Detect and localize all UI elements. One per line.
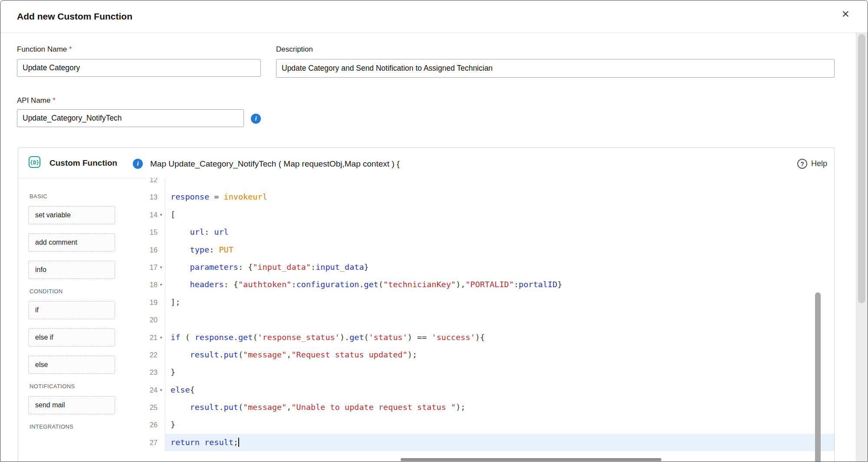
- code-line[interactable]: 24▾else{: [146, 381, 834, 399]
- code-horizontal-scrollbar[interactable]: [401, 458, 661, 461]
- code-line[interactable]: 16 type: PUT: [146, 241, 834, 259]
- code-line-text[interactable]: if ( response.get('response_status').get…: [165, 329, 834, 346]
- fold-arrow-icon[interactable]: ▾: [158, 206, 164, 223]
- line-number: 27: [146, 434, 158, 451]
- code-line[interactable]: 13response = invokeurl: [146, 188, 834, 206]
- line-number: 26: [146, 416, 158, 433]
- fold-spacer: [158, 188, 164, 206]
- gutter: 19: [146, 294, 165, 311]
- code-line-text[interactable]: ];: [165, 294, 834, 311]
- gutter: 26: [146, 416, 165, 433]
- api-name-info-icon[interactable]: i: [251, 114, 261, 124]
- fold-spacer: [158, 241, 164, 259]
- code-line-text[interactable]: [165, 178, 834, 188]
- deluge-icon: {D}: [29, 156, 40, 168]
- section-label: INTEGRATIONS: [30, 423, 146, 430]
- snippet-add-comment[interactable]: add comment: [28, 233, 115, 252]
- editor-panel-title: Custom Function: [49, 158, 117, 168]
- code-line[interactable]: 27return result;: [146, 434, 834, 451]
- code-lines: 1213response = invokeurl14▾[15 url: url1…: [146, 178, 834, 451]
- code-line[interactable]: 18▾ headers: {"authtoken":configuration.…: [146, 276, 834, 293]
- code-line-text[interactable]: parameters: {"input_data":input_data}: [165, 259, 834, 276]
- line-number: 16: [146, 241, 158, 259]
- code-line-text[interactable]: }: [165, 364, 834, 381]
- code-line[interactable]: 19];: [146, 294, 834, 311]
- code-line[interactable]: 15 url: url: [146, 223, 834, 241]
- code-line-text[interactable]: url: url: [165, 223, 834, 241]
- gutter: 13: [146, 188, 165, 206]
- help-button[interactable]: ? Help: [797, 159, 827, 169]
- fold-arrow-icon[interactable]: ▾: [158, 259, 164, 276]
- snippet-if[interactable]: if: [28, 301, 115, 319]
- code-vertical-scrollbar[interactable]: [815, 292, 821, 462]
- dialog-title: Add new Custom Function: [17, 11, 132, 22]
- gutter: 12: [146, 178, 165, 188]
- function-signature: Map Update_Category_NotifyTech ( Map req…: [150, 159, 400, 169]
- code-line-text[interactable]: headers: {"authtoken":configuration.get(…: [165, 276, 834, 293]
- fold-spacer: [158, 416, 164, 433]
- fold-arrow-icon[interactable]: ▾: [158, 381, 164, 399]
- code-line[interactable]: 23}: [146, 364, 834, 381]
- line-number: 24: [146, 381, 158, 399]
- line-number: 12: [146, 178, 158, 188]
- line-number: 15: [146, 223, 158, 241]
- code-line-text[interactable]: }: [165, 416, 834, 433]
- line-number: 14: [146, 206, 158, 223]
- snippet-else[interactable]: else: [28, 356, 115, 374]
- code-line-text[interactable]: response = invokeurl: [165, 188, 834, 206]
- code-line-text[interactable]: result.put("message","Unable to update r…: [165, 399, 834, 416]
- code-line[interactable]: 12: [146, 178, 834, 188]
- gutter: 15: [146, 223, 165, 241]
- code-line[interactable]: 22 result.put("message","Request status …: [146, 346, 834, 364]
- required-asterisk: *: [69, 46, 72, 53]
- code-line[interactable]: 26}: [146, 416, 834, 433]
- code-line[interactable]: 20: [146, 311, 834, 328]
- code-line-text[interactable]: else{: [165, 381, 834, 399]
- code-line[interactable]: 17▾ parameters: {"input_data":input_data…: [146, 259, 834, 276]
- gutter: 21▾: [146, 329, 165, 346]
- fold-spacer: [158, 434, 164, 451]
- code-line-text[interactable]: result.put("message","Request status upd…: [165, 346, 834, 364]
- custom-function-info-icon[interactable]: i: [133, 159, 143, 169]
- line-number: 17: [146, 259, 158, 276]
- snippet-info[interactable]: info: [28, 261, 115, 279]
- editor-panel-header: {D} Custom Function i Map Update_Categor…: [18, 148, 834, 178]
- function-name-label-text: Function Name: [17, 45, 67, 53]
- custom-function-editor-panel: {D} Custom Function i Map Update_Categor…: [18, 147, 835, 462]
- fold-arrow-icon[interactable]: ▾: [158, 276, 164, 293]
- snippet-section-integrations: INTEGRATIONS: [28, 423, 146, 430]
- code-line-text[interactable]: return result;: [165, 434, 834, 451]
- snippet-set-variable[interactable]: set variable: [28, 206, 115, 224]
- code-line-text[interactable]: type: PUT: [165, 241, 834, 259]
- fold-arrow-icon[interactable]: ▾: [158, 329, 164, 346]
- snippet-section-condition: CONDITIONifelse ifelse: [28, 288, 146, 374]
- gutter: 18▾: [146, 276, 165, 293]
- code-line-text[interactable]: [165, 311, 834, 328]
- fold-spacer: [158, 364, 164, 381]
- gutter: 22: [146, 346, 165, 364]
- gutter: 24▾: [146, 381, 165, 399]
- line-number: 22: [146, 346, 158, 364]
- code-line[interactable]: 25 result.put("message","Unable to updat…: [146, 399, 834, 416]
- snippet-sidebar: BASICset variableadd commentinfoCONDITIO…: [18, 178, 146, 462]
- dialog-scrollbar-thumb[interactable]: [858, 34, 865, 303]
- snippet-else-if[interactable]: else if: [28, 328, 115, 347]
- dialog-header: Add new Custom Function ×: [0, 0, 868, 33]
- dialog-scrollbar-track[interactable]: [856, 33, 868, 462]
- line-number: 13: [146, 188, 158, 206]
- gutter: 17▾: [146, 259, 165, 276]
- api-name-input[interactable]: [17, 109, 244, 127]
- code-line[interactable]: 21▾if ( response.get('response_status').…: [146, 329, 834, 346]
- code-line-text[interactable]: [: [165, 206, 834, 223]
- section-label: BASIC: [30, 193, 146, 200]
- code-editor[interactable]: 1213response = invokeurl14▾[15 url: url1…: [146, 178, 834, 462]
- editor-panel-body: BASICset variableadd commentinfoCONDITIO…: [18, 178, 834, 462]
- section-label: NOTIFICATIONS: [30, 383, 146, 390]
- text-cursor: [238, 438, 239, 447]
- fold-spacer: [158, 399, 164, 416]
- close-icon[interactable]: ×: [842, 7, 849, 20]
- snippet-send-mail[interactable]: send mail: [28, 396, 115, 414]
- function-name-input[interactable]: [17, 59, 261, 77]
- code-line[interactable]: 14▾[: [146, 206, 834, 223]
- description-input[interactable]: [276, 59, 835, 78]
